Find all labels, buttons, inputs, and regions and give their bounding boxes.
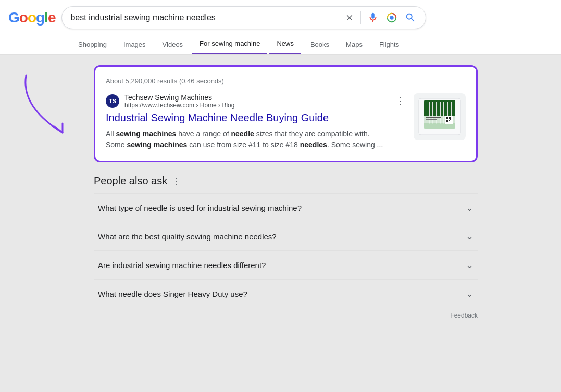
paa-question-2: Are industrial sewing machine needles di… [98, 261, 266, 270]
chevron-down-icon-1: ⌄ [466, 231, 473, 242]
tab-maps[interactable]: Maps [339, 34, 370, 54]
header-top: Google [8, 6, 553, 34]
tab-videos[interactable]: Videos [155, 34, 191, 54]
tab-images[interactable]: Images [116, 34, 153, 54]
paa-item-3[interactable]: What needle does Singer Heavy Duty use? … [94, 279, 478, 308]
svg-rect-16 [446, 117, 448, 119]
snippet-bold-1: sewing machines [116, 130, 176, 138]
logo-l: l [44, 9, 48, 26]
main-content: About 5,290,000 results (0.46 seconds) T… [0, 55, 561, 334]
svg-rect-17 [449, 117, 451, 119]
snippet-text-5: can use from size #11 to size #18 [187, 141, 300, 149]
clear-button[interactable] [344, 12, 355, 23]
svg-point-1 [390, 16, 394, 19]
featured-result-box: About 5,290,000 results (0.46 seconds) T… [94, 65, 478, 162]
snippet-text-3: sizes that they are compatible with. [254, 130, 370, 138]
snippet-bold-4: needles [300, 141, 327, 149]
paa-question-0: What type of needle is used for industri… [98, 204, 302, 212]
paa-options-icon[interactable]: ⋮ [171, 175, 181, 187]
result-title[interactable]: Industrial Sewing Machine Needle Buying … [106, 111, 405, 124]
header: Google [0, 0, 561, 55]
svg-rect-19 [449, 120, 450, 121]
logo-e: e [48, 9, 56, 26]
snippet-bold-2: needle [231, 130, 254, 138]
results-area: About 5,290,000 results (0.46 seconds) T… [0, 55, 561, 334]
nav-tabs: Shopping Images Videos For sewing machin… [8, 34, 553, 54]
site-name: Techsew Sewing Machines [124, 93, 391, 102]
snippet-text-1: All [106, 130, 116, 138]
site-favicon: TS [106, 94, 119, 108]
clear-icon [345, 13, 354, 22]
chevron-down-icon-2: ⌄ [466, 259, 473, 271]
chevron-down-icon-3: ⌄ [466, 288, 473, 299]
more-options-icon[interactable]: ⋮ [396, 95, 405, 107]
site-info: TS Techsew Sewing Machines https://www.t… [106, 93, 405, 109]
logo-g: G [8, 9, 19, 26]
logo-g2: g [36, 9, 44, 26]
snippet-text-4: Some [106, 141, 127, 149]
google-logo: Google [8, 9, 55, 26]
result-snippet: All sewing machines have a range of need… [106, 129, 405, 150]
tab-books[interactable]: Books [303, 34, 336, 54]
search-input[interactable] [70, 13, 344, 22]
paa-item-0[interactable]: What type of needle is used for industri… [94, 193, 478, 222]
paa-item-1[interactable]: What are the best quality sewing machine… [94, 222, 478, 250]
svg-rect-13 [426, 117, 441, 118]
mic-button[interactable] [366, 11, 380, 24]
people-also-ask-section: People also ask ⋮ What type of needle is… [94, 175, 478, 323]
svg-rect-20 [450, 119, 451, 120]
paa-question-3: What needle does Singer Heavy Duty use? [98, 289, 247, 298]
tab-news[interactable]: News [269, 34, 301, 54]
snippet-text-6: . Some sewing ... [327, 141, 383, 149]
paa-item-2[interactable]: Are industrial sewing machine needles di… [94, 250, 478, 279]
result-thumbnail [414, 93, 466, 140]
svg-rect-14 [426, 119, 437, 120]
tab-for-sewing-machine[interactable]: For sewing machine [192, 34, 267, 54]
logo-o2: o [28, 9, 36, 26]
paa-header: People also ask ⋮ [94, 175, 478, 187]
needle-package-image [416, 96, 463, 137]
search-icons [344, 11, 417, 24]
result-item: TS Techsew Sewing Machines https://www.t… [106, 93, 466, 150]
paa-title: People also ask [94, 175, 167, 187]
divider [360, 11, 361, 24]
site-url: https://www.techsew.com › Home › Blog [124, 102, 391, 109]
search-icon [405, 12, 416, 23]
search-button[interactable] [404, 11, 417, 24]
result-left: TS Techsew Sewing Machines https://www.t… [106, 93, 405, 150]
snippet-bold-3: sewing machines [127, 141, 187, 149]
search-bar[interactable] [61, 6, 426, 29]
result-count: About 5,290,000 results (0.46 seconds) [106, 77, 466, 85]
tab-shopping[interactable]: Shopping [71, 34, 114, 54]
lens-icon [386, 12, 397, 23]
paa-question-1: What are the best quality sewing machine… [98, 232, 277, 241]
tab-flights[interactable]: Flights [372, 34, 406, 54]
lens-button[interactable] [385, 11, 398, 24]
chevron-down-icon-0: ⌄ [466, 202, 473, 213]
mic-icon [367, 12, 379, 23]
snippet-text-2: have a range of [176, 130, 231, 138]
logo-o1: o [19, 9, 28, 26]
site-name-url: Techsew Sewing Machines https://www.tech… [124, 93, 391, 109]
feedback-link[interactable]: Feedback [94, 308, 478, 323]
svg-rect-18 [446, 120, 448, 122]
